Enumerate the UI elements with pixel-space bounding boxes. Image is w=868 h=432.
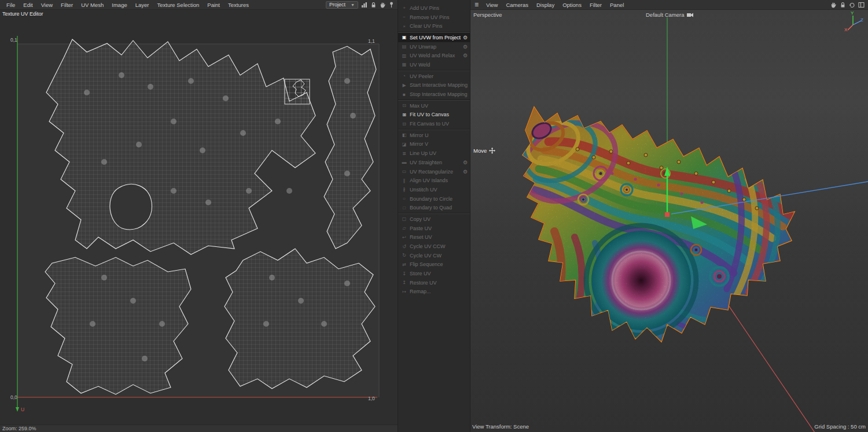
menu-file[interactable]: File	[2, 2, 19, 8]
uv-islands-svg	[0, 10, 398, 424]
command-fit-uv-to-canvas[interactable]: ⊞Fit UV to Canvas	[398, 110, 470, 120]
vp-menu-filter[interactable]: Filter	[586, 2, 606, 8]
vp-menu-panel[interactable]: Panel	[606, 2, 628, 8]
lock-icon[interactable]	[840, 2, 846, 8]
viewport-menus: ViewCamerasDisplayOptionsFilterPanel	[482, 2, 628, 8]
gear-icon[interactable]: ⚙	[463, 169, 468, 175]
command-clear-uv-pins[interactable]: ×Clear UV Pins	[398, 21, 470, 31]
menu-texture-selection[interactable]: Texture Selection	[153, 2, 203, 8]
command-set-uvw-from-projection[interactable]: ▣Set UVW from Projection⚙	[398, 33, 470, 42]
gizmo-center-handle	[665, 212, 670, 217]
command-remove-uv-pins[interactable]: −Remove UV Pins	[398, 13, 470, 22]
command-add-uv-pins[interactable]: +Add UV Pins	[398, 3, 470, 13]
command-label: Remap...	[410, 289, 468, 294]
command-mirror-u[interactable]: ◧Mirror U	[398, 131, 470, 140]
command-label: Store UV	[410, 271, 468, 276]
uv-commands-pane: +Add UV Pins−Remove UV Pins×Clear UV Pin…	[398, 0, 470, 432]
command-uv-unwrap[interactable]: ▤UV Unwrap⚙	[398, 42, 470, 51]
command-label: Remove UV Pins	[410, 14, 468, 20]
command-label: Flip Sequence	[410, 261, 468, 267]
menu-icon[interactable]: ≡	[473, 1, 482, 9]
vp-menu-options[interactable]: Options	[558, 2, 586, 8]
gear-icon[interactable]: ⚙	[463, 44, 468, 50]
menu-image[interactable]: Image	[108, 2, 131, 8]
uv-weld-icon: ▦	[401, 62, 407, 67]
command-copy-uv[interactable]: ▢Copy UV	[398, 215, 470, 224]
copy-uv-icon: ▢	[401, 216, 407, 221]
command-stop-interactive-mapping[interactable]: ■Stop Interactive Mapping	[398, 90, 470, 99]
pin-icon[interactable]	[389, 2, 394, 8]
command-max-uv[interactable]: ⊡Max UV	[398, 101, 470, 110]
store-uv-icon: ↧	[401, 271, 407, 276]
vp-menu-cameras[interactable]: Cameras	[502, 2, 532, 8]
menu-edit[interactable]: Edit	[19, 2, 36, 8]
menu-layer[interactable]: Layer	[131, 2, 153, 8]
lock-icon[interactable]	[370, 2, 377, 8]
command-uv-weld-and-relax[interactable]: ▥UV Weld and Relax⚙	[398, 51, 470, 60]
uv-editor-menubar: FileEditViewFilterUV MeshImageLayerTextu…	[0, 0, 398, 10]
command-unstitch-uv[interactable]: ∦Unstitch UV	[398, 185, 470, 194]
panel-title: Texture UV Editor	[2, 11, 43, 17]
command-label: Reset UV	[410, 234, 468, 240]
hand-icon[interactable]	[380, 2, 386, 8]
command-uv-peeler[interactable]: ◔UV Peeler	[398, 72, 470, 81]
command-boundary-to-quad[interactable]: □Boundary to Quad	[398, 203, 470, 212]
unstitch-uv-icon: ∦	[401, 187, 407, 192]
u-axis-label: U	[21, 407, 24, 412]
fit-canvas-to-uv-icon: ⊟	[401, 121, 407, 127]
command-reset-uv[interactable]: ↩Reset UV	[398, 233, 470, 242]
clear-uv-pins-icon: ×	[401, 24, 407, 29]
command-label: Paste UV	[410, 226, 468, 231]
command-boundary-to-circle[interactable]: ○Boundary to Circle	[398, 194, 470, 204]
stop-interactive-mapping-icon: ■	[401, 92, 407, 97]
gear-icon[interactable]: ⚙	[463, 53, 468, 58]
command-align-uv-islands[interactable]: ∥Align UV Islands	[398, 176, 470, 185]
command-cycle-uv-ccw[interactable]: ↺Cycle UV CCW	[398, 242, 470, 251]
project-dropdown-label: Project	[329, 2, 345, 8]
cycle-icon[interactable]	[849, 2, 855, 8]
vp-menu-view[interactable]: View	[482, 2, 502, 8]
start-interactive-mapping-icon: ▶	[401, 83, 407, 88]
menu-view[interactable]: View	[37, 2, 57, 8]
uv-canvas[interactable]: 0,1 1,1 0,0 1,0 U	[0, 10, 398, 424]
chart-icon[interactable]	[361, 2, 367, 8]
command-remap[interactable]: ↦Remap...	[398, 287, 470, 297]
command-label: Restore UV	[410, 280, 468, 286]
hand-icon[interactable]	[830, 2, 837, 8]
command-label: Set UVW from Projection	[410, 35, 461, 40]
command-uv-weld[interactable]: ▦UV Weld	[398, 60, 470, 69]
shell-model[interactable]	[509, 98, 803, 347]
command-uv-straighten[interactable]: ▬UV Straighten⚙	[398, 158, 470, 167]
remove-uv-pins-icon: −	[401, 14, 407, 20]
command-line-up-uv[interactable]: ≣Line Up UV	[398, 149, 470, 158]
command-restore-uv[interactable]: ↥Restore UV	[398, 278, 470, 287]
vp-menu-display[interactable]: Display	[532, 2, 558, 8]
camera-label[interactable]: Default Camera	[646, 12, 693, 18]
command-start-interactive-mapping[interactable]: ▶Start Interactive Mapping	[398, 81, 470, 90]
menu-paint[interactable]: Paint	[203, 2, 224, 8]
orientation-gizmo[interactable]: Y Z X	[845, 12, 865, 35]
cycle-uv-ccw-icon: ↺	[401, 244, 407, 249]
command-fit-canvas-to-uv[interactable]: ⊟Fit Canvas to UV	[398, 119, 470, 128]
boundary-to-circle-icon: ○	[401, 196, 407, 201]
menu-textures[interactable]: Textures	[224, 2, 253, 8]
viewport-3d[interactable]: Perspective Default Camera Move	[470, 10, 868, 432]
perspective-label[interactable]: Perspective	[473, 12, 502, 18]
project-dropdown[interactable]: Project ▼	[326, 1, 358, 9]
gear-icon[interactable]: ⚙	[463, 35, 468, 40]
command-flip-sequence[interactable]: ⇄Flip Sequence	[398, 260, 470, 269]
uv-editor-pane: FileEditViewFilterUV MeshImageLayerTextu…	[0, 0, 398, 432]
menu-uv-mesh[interactable]: UV Mesh	[77, 2, 108, 8]
panel-icon[interactable]	[858, 2, 865, 8]
viewport-menubar: ≡ ViewCamerasDisplayOptionsFilterPanel	[470, 0, 868, 10]
command-cycle-uv-cw[interactable]: ↻Cycle UV CW	[398, 251, 470, 260]
gear-icon[interactable]: ⚙	[463, 160, 468, 165]
zoom-status: Zoom: 259.0%	[2, 426, 36, 431]
command-paste-uv[interactable]: ▱Paste UV	[398, 224, 470, 233]
mirror-u-icon: ◧	[401, 132, 407, 138]
command-uv-rectangularize[interactable]: ▭UV Rectangularize⚙	[398, 167, 470, 176]
command-label: Mirror V	[410, 141, 468, 147]
menu-filter[interactable]: Filter	[57, 2, 77, 8]
command-mirror-v[interactable]: ◪Mirror V	[398, 140, 470, 149]
command-store-uv[interactable]: ↧Store UV	[398, 269, 470, 278]
